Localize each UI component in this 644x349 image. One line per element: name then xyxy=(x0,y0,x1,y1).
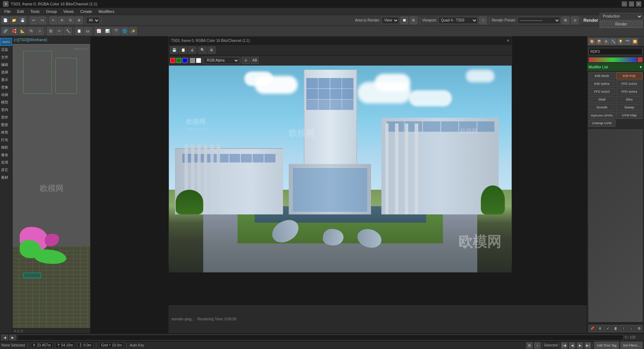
sidebar-camera[interactable]: 相机 xyxy=(0,144,12,151)
angle-snap-btn[interactable]: 📐 xyxy=(19,27,26,35)
menu-modifiers[interactable]: Modifiers xyxy=(96,9,117,14)
sidebar-display[interactable]: 显示 xyxy=(0,76,12,83)
menu-views[interactable]: Views xyxy=(60,9,77,14)
color-swatch-bar[interactable] xyxy=(589,57,637,62)
mod-icon-6[interactable]: 📷 xyxy=(624,38,631,45)
key-nav-2[interactable]: ◀ xyxy=(569,342,575,349)
maximize-button[interactable]: □ xyxy=(629,1,634,6)
key-nav-3[interactable]: ▶ xyxy=(577,342,583,349)
mod-icon-2[interactable]: 📦 xyxy=(596,38,602,45)
rw-fit-btn[interactable]: ⊞ xyxy=(208,47,215,54)
key-filter-btn[interactable]: Set Filters... xyxy=(620,341,643,349)
vp-btn1[interactable]: □ xyxy=(479,16,487,24)
color-swatch-red[interactable] xyxy=(170,58,175,63)
scene-preview-area[interactable]: 欧模网 www.om.cn xyxy=(13,44,90,333)
render-scene-btn[interactable]: 🎬 xyxy=(112,27,120,35)
mod-unwrap-uvw[interactable]: Unwrap UVW xyxy=(589,120,615,127)
mod-ctrl-pin[interactable]: 📌 xyxy=(589,325,596,332)
mod-ffd-4x4[interactable]: FFD 4x4x4 xyxy=(616,88,643,95)
rw-ab-btn[interactable]: AB xyxy=(251,57,259,64)
channel-select[interactable]: RGB Alpha xyxy=(204,57,239,64)
mod-shell[interactable]: Shell xyxy=(589,96,615,103)
filter-select[interactable]: All xyxy=(86,17,100,24)
menu-group[interactable]: Group xyxy=(43,9,60,14)
render-effects-btn[interactable]: ✨ xyxy=(129,27,137,35)
mod-ffd-2x2[interactable]: FFD 2x2x2 xyxy=(616,80,643,87)
area-btn2[interactable]: ⚙ xyxy=(410,16,418,24)
sidebar-icon-rdf[interactable]: RDF3 xyxy=(0,38,12,46)
bind-space-btn[interactable]: 🔧 xyxy=(64,27,72,35)
mod-mgscaler[interactable]: MgScaler (WSM) xyxy=(589,112,615,119)
minimize-button[interactable]: — xyxy=(622,1,627,6)
color-swatch-green[interactable] xyxy=(176,58,181,63)
mod-icon-4[interactable]: 🔧 xyxy=(610,38,616,45)
sidebar-other[interactable]: 其它 xyxy=(0,166,12,174)
magnet-btn[interactable]: 🧲 xyxy=(10,27,18,35)
spinner-btn[interactable]: ⊹ xyxy=(36,27,44,35)
sidebar-lights[interactable]: 灯光 xyxy=(0,136,12,144)
pct-snap-btn[interactable]: % xyxy=(27,27,35,35)
move-btn[interactable]: ✛ xyxy=(58,16,66,24)
render-button[interactable]: Render xyxy=(600,21,643,28)
color-swatch-blue[interactable] xyxy=(182,58,187,63)
menu-tools[interactable]: Tools xyxy=(28,9,43,14)
production-select[interactable]: Production xyxy=(600,13,643,20)
layer-btn[interactable]: 📋 xyxy=(75,27,83,35)
open-btn[interactable]: 📁 xyxy=(10,16,18,24)
sidebar-render[interactable]: 渲染 xyxy=(0,46,12,53)
sidebar-shapes[interactable]: 图形 xyxy=(0,121,12,129)
key-nav-1[interactable]: |◀ xyxy=(561,342,567,349)
mod-icon-5[interactable]: 💡 xyxy=(617,38,624,45)
menu-edit[interactable]: Edit xyxy=(14,9,27,14)
mod-edit-poly[interactable]: Edit Poly xyxy=(616,72,643,79)
color-swatch-alpha[interactable] xyxy=(190,58,195,63)
mod-ctrl-cfg[interactable]: ⚙ xyxy=(635,325,643,332)
menu-file[interactable]: File xyxy=(1,9,14,14)
mod-ctrl-del[interactable]: 🗑 xyxy=(612,325,619,332)
mod-smooth[interactable]: Smooth xyxy=(589,104,615,111)
area-select[interactable]: View xyxy=(382,17,399,24)
mod-icon-7[interactable]: 🔀 xyxy=(631,38,638,45)
sidebar-edit[interactable]: 编辑 xyxy=(0,61,12,68)
sidebar-asset[interactable]: 素材 xyxy=(0,174,12,181)
mod-icon-3[interactable]: ⚙ xyxy=(603,38,609,45)
rw-zoom-btn[interactable]: 🔍 xyxy=(199,47,206,54)
viewport-select[interactable]: Quad 4 - TS03 xyxy=(438,17,478,24)
mod-uvw-map[interactable]: UVW Map xyxy=(616,112,643,119)
add-time-tag[interactable]: Add Time Tag xyxy=(594,341,619,349)
dope-sheet-btn[interactable]: 📊 xyxy=(103,27,111,35)
mod-ctrl-active[interactable]: ⏸ xyxy=(596,325,604,332)
scale-btn[interactable]: ⊕ xyxy=(75,16,83,24)
color-swatch-mono[interactable] xyxy=(196,58,201,63)
timeline-prev[interactable]: ◀ xyxy=(1,335,8,340)
timeline-track[interactable] xyxy=(17,335,623,340)
sidebar-modify[interactable]: 修改 xyxy=(0,151,12,159)
rw-copy-btn[interactable]: 📋 xyxy=(179,47,187,54)
preset-btn1[interactable]: ⚙ xyxy=(562,16,570,24)
mod-icon-1[interactable]: 🎨 xyxy=(589,38,595,45)
mod-ffd-3x3[interactable]: FFD 3x3x3 xyxy=(589,88,615,95)
rw-print-btn[interactable]: 🖨 xyxy=(188,47,196,54)
save-btn[interactable]: 💾 xyxy=(19,16,26,24)
select-btn[interactable]: ↖ xyxy=(49,16,57,24)
env-btn[interactable]: 🌐 xyxy=(121,27,128,35)
menu-create[interactable]: Create xyxy=(77,9,95,14)
sidebar-anim[interactable]: 动画 xyxy=(0,91,12,98)
rw-display-btn[interactable]: ⊙ xyxy=(242,57,250,64)
sidebar-file[interactable]: 文件 xyxy=(0,54,12,61)
sidebar-exterior[interactable]: 室外 xyxy=(0,114,12,121)
mod-edit-mesh[interactable]: Edit Mesh xyxy=(589,72,615,79)
nav-btn-2[interactable]: ○ xyxy=(534,342,541,349)
timeline-next[interactable]: ▶ xyxy=(9,335,16,340)
mod-ctrl-down[interactable]: ↓ xyxy=(628,325,635,332)
layer-mgr-btn[interactable]: 🗂 xyxy=(84,27,92,35)
redo-btn[interactable]: ↪ xyxy=(38,16,46,24)
sidebar-model[interactable]: 模型 xyxy=(0,99,12,106)
mod-sweep[interactable]: Sweep xyxy=(616,104,643,111)
unlink-btn[interactable]: ✂ xyxy=(55,27,63,35)
undo-btn[interactable]: ↩ xyxy=(30,16,38,24)
sidebar-select[interactable]: 选择 xyxy=(0,69,12,76)
mod-slice[interactable]: Slice xyxy=(616,96,643,103)
sidebar-material[interactable]: 材质 xyxy=(0,129,12,136)
mod-ctrl-show[interactable]: ✓ xyxy=(604,325,611,332)
